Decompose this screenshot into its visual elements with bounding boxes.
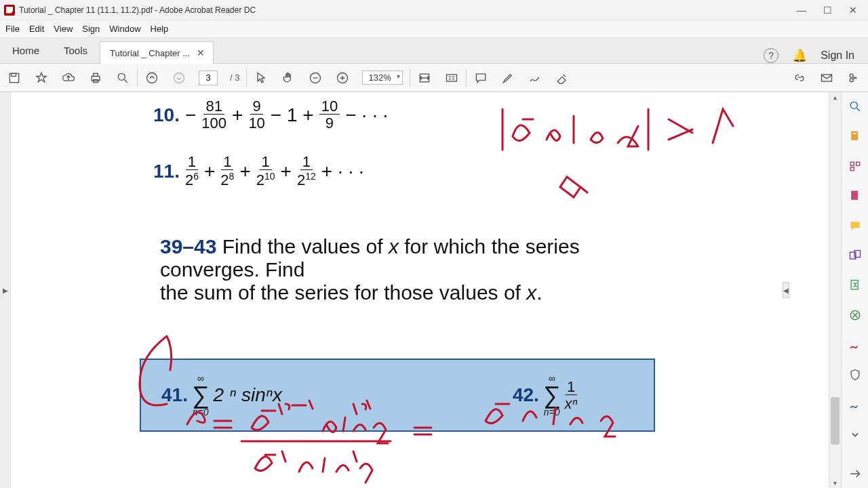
more-tools-icon[interactable] bbox=[848, 427, 863, 442]
problem-11-number: 11. bbox=[153, 161, 180, 182]
p10-minus: − bbox=[185, 104, 196, 126]
zoom-in-icon[interactable] bbox=[335, 70, 350, 85]
p10-frac1: 81100 bbox=[201, 99, 226, 131]
tab-close-icon[interactable]: ✕ bbox=[197, 47, 205, 58]
right-tool-rail bbox=[841, 92, 868, 488]
menu-sign[interactable]: Sign bbox=[82, 24, 100, 34]
left-panel-toggle[interactable]: ▶ bbox=[0, 92, 11, 488]
window-controls: — ☐ ✕ bbox=[795, 5, 864, 16]
section-range: 39–43 bbox=[160, 235, 216, 258]
hand-icon[interactable] bbox=[281, 70, 296, 85]
svg-rect-18 bbox=[856, 162, 859, 165]
tab-document-label: Tutorial _ Chapter ... bbox=[110, 48, 190, 58]
save-icon[interactable] bbox=[7, 70, 22, 85]
svg-point-14 bbox=[850, 78, 853, 81]
sign-pane2-icon[interactable] bbox=[848, 397, 863, 412]
scrollbar-thumb[interactable] bbox=[831, 397, 840, 445]
draw-icon[interactable] bbox=[528, 70, 542, 85]
svg-rect-23 bbox=[851, 281, 858, 289]
compress-icon[interactable] bbox=[848, 278, 863, 293]
document-viewport[interactable]: 10. − 81100 + 910 − 1 + 109 − · · · 11. … bbox=[11, 92, 829, 488]
window-title: Tutorial _ Chapter 11 (11.1, 11.2).pdf -… bbox=[19, 5, 256, 15]
redact-icon[interactable] bbox=[848, 308, 863, 323]
comment-icon[interactable] bbox=[473, 70, 488, 85]
menu-help[interactable]: Help bbox=[151, 24, 169, 34]
close-button[interactable]: ✕ bbox=[846, 5, 860, 16]
search-pane-icon[interactable] bbox=[848, 99, 863, 114]
collapse-rail-icon[interactable] bbox=[848, 466, 863, 481]
page-down-icon[interactable] bbox=[172, 70, 186, 85]
star-icon[interactable] bbox=[34, 70, 49, 85]
zoom-out-icon[interactable] bbox=[308, 70, 323, 85]
toolbar: / 3 132% bbox=[0, 64, 868, 92]
p10-frac2: 910 bbox=[248, 99, 264, 131]
zoom-select[interactable]: 132% bbox=[362, 70, 402, 85]
protect-icon[interactable] bbox=[848, 367, 863, 382]
tab-bar: Home Tools Tutorial _ Chapter ... ✕ ? 🔔 … bbox=[0, 38, 868, 64]
scroll-up-icon[interactable]: ▴ bbox=[829, 94, 841, 101]
svg-point-15 bbox=[850, 102, 857, 108]
sign-pane-icon[interactable] bbox=[848, 338, 863, 352]
cloud-upload-icon[interactable] bbox=[61, 70, 76, 85]
svg-rect-11 bbox=[446, 75, 456, 81]
minimize-button[interactable]: — bbox=[795, 5, 808, 16]
combine-icon[interactable] bbox=[848, 248, 863, 263]
link-icon[interactable] bbox=[792, 70, 807, 85]
menu-view[interactable]: View bbox=[54, 24, 73, 34]
problem-42-number: 42. bbox=[513, 384, 539, 406]
problem-10-number: 10. bbox=[153, 104, 180, 126]
svg-rect-20 bbox=[851, 191, 858, 200]
page-content: 10. − 81100 + 910 − 1 + 109 − · · · 11. … bbox=[18, 92, 811, 432]
svg-rect-3 bbox=[94, 73, 98, 76]
export-pdf-icon[interactable] bbox=[848, 129, 863, 144]
svg-point-5 bbox=[118, 73, 125, 80]
tab-home[interactable]: Home bbox=[0, 38, 52, 63]
search-icon[interactable] bbox=[115, 70, 130, 85]
svg-rect-12 bbox=[822, 75, 832, 81]
menu-bar: File Edit View Sign Window Help bbox=[0, 20, 868, 38]
edit-pdf-icon[interactable] bbox=[848, 188, 863, 203]
share-icon[interactable] bbox=[846, 70, 861, 85]
sign-in-button[interactable]: Sign In bbox=[821, 49, 854, 62]
svg-point-6 bbox=[147, 73, 157, 83]
menu-edit[interactable]: Edit bbox=[29, 24, 44, 34]
menu-file[interactable]: File bbox=[5, 24, 20, 34]
read-mode-icon[interactable] bbox=[444, 70, 459, 85]
note-icon[interactable] bbox=[848, 218, 863, 233]
page-count-label: / 3 bbox=[230, 73, 239, 83]
print-icon[interactable] bbox=[88, 70, 103, 85]
svg-point-7 bbox=[174, 73, 184, 83]
help-icon[interactable]: ? bbox=[764, 48, 778, 63]
fit-width-icon[interactable] bbox=[417, 70, 432, 85]
scroll-down-icon[interactable]: ▾ bbox=[829, 479, 841, 487]
mail-icon[interactable] bbox=[819, 70, 834, 85]
page-number-input[interactable] bbox=[199, 70, 218, 85]
pointer-icon[interactable] bbox=[254, 70, 269, 85]
maximize-button[interactable]: ☐ bbox=[821, 5, 834, 16]
main-area: ▶ 10. − 81100 + 910 − 1 + 109 − · · · 11… bbox=[0, 92, 868, 488]
right-panel-toggle[interactable]: ◀ bbox=[783, 282, 789, 298]
tab-tools[interactable]: Tools bbox=[52, 38, 100, 63]
svg-rect-1 bbox=[12, 73, 16, 76]
page-up-icon[interactable] bbox=[144, 70, 159, 85]
p10-frac3: 109 bbox=[319, 99, 340, 131]
selection-box: 41. ∞∑n=0 2 ⁿ sinⁿx 42. ∞∑n=0 1xⁿ bbox=[140, 359, 655, 432]
menu-window[interactable]: Window bbox=[109, 24, 140, 34]
app-icon bbox=[4, 5, 15, 16]
highlight-icon[interactable] bbox=[500, 70, 515, 85]
erase-icon[interactable] bbox=[555, 70, 570, 85]
title-bar: Tutorial _ Chapter 11 (11.1, 11.2).pdf -… bbox=[0, 0, 868, 20]
svg-rect-17 bbox=[850, 162, 854, 165]
tab-document[interactable]: Tutorial _ Chapter ... ✕ bbox=[100, 41, 214, 64]
svg-rect-19 bbox=[850, 167, 854, 171]
notifications-icon[interactable]: 🔔 bbox=[792, 48, 807, 63]
organize-icon[interactable] bbox=[848, 159, 863, 174]
vertical-scrollbar[interactable]: ▴ ▾ bbox=[829, 92, 841, 488]
svg-point-13 bbox=[850, 74, 853, 77]
problem-41-number: 41. bbox=[161, 384, 188, 406]
svg-rect-16 bbox=[851, 131, 858, 140]
